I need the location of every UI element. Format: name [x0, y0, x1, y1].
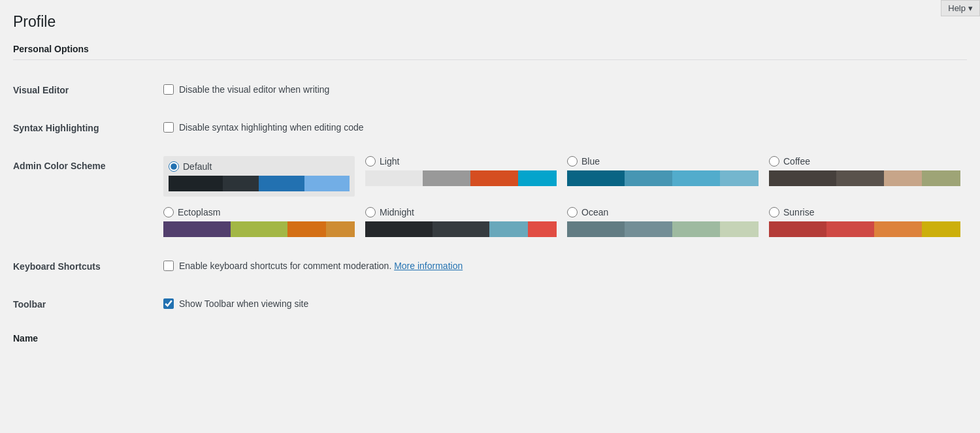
keyboard-shortcuts-checkbox-label[interactable]: Enable keyboard shortcuts for comment mo…	[179, 261, 463, 271]
visual-editor-field: Disable the visual editor when writing	[163, 84, 960, 95]
color-scheme-ectoplasm-label[interactable]: Ectoplasm	[163, 207, 355, 217]
swatch-ocean-1	[625, 221, 672, 237]
color-scheme-ocean-name: Ocean	[581, 207, 608, 217]
swatch-default-0	[169, 176, 223, 191]
toolbar-row: Toolbar Show Toolbar when viewing site	[13, 285, 967, 323]
syntax-highlighting-row: Syntax Highlighting Disable syntax highl…	[13, 108, 967, 146]
admin-color-scheme-label: Admin Color Scheme	[13, 146, 157, 247]
color-scheme-light-name: Light	[380, 156, 399, 167]
color-scheme-default-label[interactable]: Default	[169, 161, 350, 172]
color-scheme-blue-radio[interactable]	[567, 156, 578, 167]
color-scheme-coffee[interactable]: Coffee	[769, 156, 960, 197]
visual-editor-row: Visual Editor Disable the visual editor …	[13, 71, 967, 108]
swatch-coffee-0	[769, 170, 836, 186]
swatch-sunrise-1	[826, 221, 874, 237]
swatch-default-1	[223, 176, 259, 191]
swatch-midnight-1	[433, 221, 490, 237]
swatch-light-0	[365, 170, 423, 186]
color-scheme-blue-label[interactable]: Blue	[567, 156, 759, 167]
color-scheme-ectoplasm-name: Ectoplasm	[178, 207, 220, 217]
swatch-coffee-1	[836, 170, 884, 186]
personal-options-table: Visual Editor Disable the visual editor …	[13, 71, 967, 323]
color-scheme-ocean[interactable]: Ocean	[567, 207, 759, 237]
color-scheme-sunrise-label[interactable]: Sunrise	[769, 207, 960, 217]
swatch-blue-0	[567, 170, 625, 186]
toolbar-label: Toolbar	[13, 285, 157, 323]
name-section-heading: Name	[13, 323, 967, 349]
color-scheme-default-swatches	[169, 176, 350, 191]
visual-editor-checkbox[interactable]	[163, 84, 174, 95]
color-scheme-ectoplasm[interactable]: Ectoplasm	[163, 207, 355, 237]
page-title: Profile	[13, 13, 967, 31]
swatch-sunrise-2	[874, 221, 922, 237]
color-scheme-midnight-swatches	[365, 221, 557, 237]
color-scheme-light-radio[interactable]	[365, 156, 376, 167]
color-scheme-light[interactable]: Light	[365, 156, 557, 197]
syntax-highlighting-checkbox-label[interactable]: Disable syntax highlighting when editing…	[179, 122, 364, 133]
swatch-default-2	[259, 176, 304, 191]
swatch-coffee-3	[922, 170, 960, 186]
swatch-ectoplasm-3	[326, 221, 355, 237]
color-scheme-blue-swatches	[567, 170, 759, 186]
swatch-ectoplasm-1	[231, 221, 288, 237]
toolbar-checkbox[interactable]	[163, 298, 174, 309]
swatch-ocean-2	[672, 221, 720, 237]
color-scheme-midnight-radio[interactable]	[365, 207, 376, 217]
help-button[interactable]: Help ▾	[941, 0, 980, 16]
visual-editor-checkbox-label[interactable]: Disable the visual editor when writing	[179, 84, 329, 95]
swatch-coffee-2	[884, 170, 923, 186]
color-scheme-ectoplasm-radio[interactable]	[163, 207, 174, 217]
color-scheme-grid: DefaultLightBlueCoffeeEctoplasmMidnightO…	[163, 156, 960, 237]
color-scheme-ocean-label[interactable]: Ocean	[567, 207, 759, 217]
swatch-sunrise-0	[769, 221, 826, 237]
swatch-light-2	[470, 170, 518, 186]
color-scheme-light-label[interactable]: Light	[365, 156, 557, 167]
color-scheme-midnight-name: Midnight	[380, 207, 414, 217]
swatch-light-1	[423, 170, 470, 186]
visual-editor-label: Visual Editor	[13, 71, 157, 108]
color-scheme-coffee-swatches	[769, 170, 960, 186]
color-scheme-ectoplasm-swatches	[163, 221, 355, 237]
color-scheme-coffee-radio[interactable]	[769, 156, 779, 167]
keyboard-shortcuts-label: Keyboard Shortcuts	[13, 247, 157, 285]
color-scheme-sunrise[interactable]: Sunrise	[769, 207, 960, 237]
swatch-ectoplasm-0	[163, 221, 231, 237]
swatch-midnight-0	[365, 221, 433, 237]
color-scheme-coffee-label[interactable]: Coffee	[769, 156, 960, 167]
keyboard-shortcuts-field: Enable keyboard shortcuts for comment mo…	[163, 261, 960, 271]
help-chevron-icon: ▾	[968, 3, 973, 13]
admin-color-scheme-row: Admin Color Scheme DefaultLightBlueCoffe…	[13, 146, 967, 247]
color-scheme-blue-name: Blue	[581, 156, 600, 167]
toolbar-checkbox-label[interactable]: Show Toolbar when viewing site	[179, 298, 308, 309]
color-scheme-sunrise-name: Sunrise	[783, 207, 814, 217]
color-scheme-sunrise-swatches	[769, 221, 960, 237]
keyboard-shortcuts-row: Keyboard Shortcuts Enable keyboard short…	[13, 247, 967, 285]
swatch-blue-3	[720, 170, 759, 186]
help-label: Help	[948, 3, 966, 13]
color-scheme-ocean-radio[interactable]	[567, 207, 578, 217]
keyboard-shortcuts-more-info-link[interactable]: More information	[394, 261, 463, 271]
swatch-blue-2	[672, 170, 720, 186]
swatch-default-3	[304, 176, 350, 191]
color-scheme-light-swatches	[365, 170, 557, 186]
syntax-highlighting-checkbox[interactable]	[163, 122, 174, 133]
swatch-light-3	[518, 170, 557, 186]
swatch-blue-1	[625, 170, 672, 186]
syntax-highlighting-label: Syntax Highlighting	[13, 108, 157, 146]
swatch-ocean-3	[720, 221, 759, 237]
toolbar-field: Show Toolbar when viewing site	[163, 298, 960, 309]
syntax-highlighting-field: Disable syntax highlighting when editing…	[163, 122, 960, 133]
swatch-ectoplasm-2	[287, 221, 326, 237]
color-scheme-blue[interactable]: Blue	[567, 156, 759, 197]
color-scheme-sunrise-radio[interactable]	[769, 207, 779, 217]
color-scheme-default-radio[interactable]	[169, 161, 179, 172]
keyboard-shortcuts-checkbox[interactable]	[163, 261, 174, 271]
swatch-ocean-0	[567, 221, 625, 237]
color-scheme-midnight[interactable]: Midnight	[365, 207, 557, 237]
color-scheme-coffee-name: Coffee	[783, 156, 810, 167]
color-scheme-midnight-label[interactable]: Midnight	[365, 207, 557, 217]
swatch-midnight-3	[528, 221, 557, 237]
color-scheme-ocean-swatches	[567, 221, 759, 237]
color-scheme-default[interactable]: Default	[163, 156, 355, 197]
swatch-sunrise-3	[922, 221, 960, 237]
